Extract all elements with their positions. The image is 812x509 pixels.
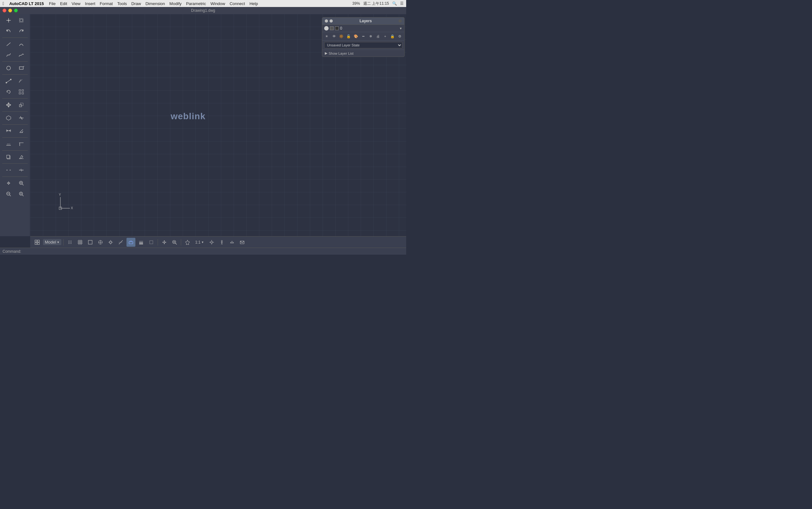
menu-file[interactable]: File — [49, 1, 56, 6]
move-tool[interactable] — [3, 100, 14, 110]
menu-connect[interactable]: Connect — [230, 1, 245, 6]
layer-tool-8[interactable]: 🖨 — [375, 33, 381, 39]
layer-chevron-icon[interactable]: ▼ — [399, 27, 402, 30]
svg-rect-5 — [20, 67, 23, 69]
pan-zoom-tools — [3, 178, 27, 188]
arc-tool[interactable] — [15, 39, 27, 49]
layer-tool-9[interactable]: + — [382, 33, 388, 39]
scale-tool[interactable] — [15, 100, 27, 110]
menu-dimension[interactable]: Dimension — [146, 1, 165, 6]
layer-tool-10[interactable]: 🔒 — [389, 33, 396, 39]
fly-btn[interactable] — [227, 238, 237, 247]
menu-edit[interactable]: Edit — [60, 1, 67, 6]
svg-rect-2 — [20, 19, 23, 22]
erase-tool[interactable] — [15, 152, 27, 162]
walk-btn[interactable] — [217, 238, 226, 247]
command-input[interactable] — [23, 249, 403, 254]
layer-tool-3[interactable]: 🔆 — [338, 33, 345, 39]
list-icon[interactable]: ☰ — [400, 1, 403, 6]
menu-view[interactable]: View — [71, 1, 80, 6]
spline-tool[interactable] — [15, 50, 27, 60]
layer-zero-name[interactable]: 0 — [340, 26, 398, 31]
annotation-monitor-btn[interactable] — [183, 238, 192, 247]
svg-rect-62 — [35, 240, 37, 242]
dim-angular-tool[interactable] — [15, 126, 27, 136]
menu-parametric[interactable]: Parametric — [186, 1, 206, 6]
menu-format[interactable]: Format — [100, 1, 113, 6]
trim-tool[interactable] — [15, 113, 27, 123]
line-tool[interactable] — [3, 39, 14, 49]
svg-point-8 — [6, 82, 7, 83]
close-button[interactable] — [3, 8, 6, 12]
layer-tool-5[interactable]: 🎨 — [353, 33, 359, 39]
svg-rect-61 — [59, 207, 62, 209]
layout-btn[interactable] — [33, 238, 42, 247]
menu-draw[interactable]: Draw — [131, 1, 141, 6]
layer-color-icon[interactable] — [330, 26, 334, 30]
transparency-btn[interactable] — [147, 238, 156, 247]
hatch-tool[interactable] — [15, 76, 27, 86]
zoom-tool[interactable] — [15, 178, 27, 188]
layer-tool-7[interactable]: ❄ — [367, 33, 374, 39]
copy-tool[interactable] — [3, 152, 14, 162]
minimize-button[interactable] — [8, 8, 12, 12]
grid-display-btn[interactable] — [76, 238, 84, 247]
layer-visibility-icon[interactable] — [324, 26, 329, 31]
fullscreen-button[interactable] — [14, 8, 18, 12]
layer-tool-1[interactable]: ☀ — [323, 33, 330, 39]
layer-tool-6[interactable]: ━ — [360, 33, 366, 39]
menu-window[interactable]: Window — [210, 1, 225, 6]
svg-point-9 — [10, 79, 11, 80]
circle-tool[interactable] — [3, 63, 14, 73]
extend-tool[interactable] — [15, 139, 27, 149]
layer-tool-2[interactable]: 👁 — [331, 33, 337, 39]
layer-tool-11[interactable]: ⚙ — [397, 33, 403, 39]
rotate-tool[interactable] — [3, 87, 14, 97]
dim-linear-tool[interactable] — [3, 126, 14, 136]
ortho-btn[interactable] — [86, 238, 95, 247]
menu-help[interactable]: Help — [249, 1, 258, 6]
chamfer-tool[interactable] — [15, 165, 27, 175]
model-tab[interactable]: Model ▼ — [43, 239, 61, 245]
measure-tool[interactable] — [3, 76, 14, 86]
array-tool[interactable] — [15, 87, 27, 97]
polyline-tool[interactable] — [3, 50, 14, 60]
lineweight-btn[interactable] — [137, 238, 146, 247]
search-icon[interactable]: 🔍 — [392, 1, 397, 6]
zoom-extents-tool[interactable] — [15, 189, 27, 199]
break-tool[interactable] — [3, 165, 14, 175]
rectangle-tool[interactable] — [15, 63, 27, 73]
layer-state-select[interactable]: Unsaved Layer State — [324, 42, 402, 48]
workspace-btn[interactable] — [207, 238, 216, 247]
polar-btn[interactable] — [96, 238, 105, 247]
menu-insert[interactable]: Insert — [85, 1, 95, 6]
svg-line-50 — [9, 195, 11, 196]
scale-display[interactable]: 1:1 ▼ — [193, 238, 206, 247]
panel-collapse-btn[interactable] — [398, 20, 402, 23]
zoom-bottom-btn[interactable] — [170, 238, 179, 247]
dyn-input-btn[interactable] — [127, 238, 135, 247]
redo-tool[interactable] — [15, 26, 27, 36]
pan-bottom-btn[interactable] — [160, 238, 169, 247]
layer-tool-4[interactable]: 🔓 — [346, 33, 352, 39]
menu-modify[interactable]: Modify — [169, 1, 181, 6]
panel-close-btn[interactable] — [325, 20, 328, 23]
svg-marker-102 — [163, 242, 163, 243]
show-layer-list-toggle[interactable]: ▶ Show Layer List — [322, 50, 404, 57]
panel-minimize-btn[interactable] — [329, 20, 333, 23]
zoom-window-tool[interactable] — [3, 189, 14, 199]
undo-tool[interactable] — [3, 26, 14, 36]
mail-btn[interactable] — [238, 238, 247, 247]
apple-icon[interactable]:  — [3, 1, 4, 6]
pan-realtime-tool[interactable] — [3, 15, 14, 26]
snap-grid-btn[interactable] — [66, 238, 74, 247]
otrack-btn[interactable] — [116, 238, 125, 247]
3d-tool[interactable] — [3, 113, 14, 123]
svg-marker-28 — [7, 130, 8, 131]
svg-text:Y: Y — [59, 193, 61, 197]
osnap-btn[interactable] — [106, 238, 115, 247]
pan-tool[interactable] — [3, 178, 14, 188]
select-tool[interactable] — [15, 15, 27, 26]
offset-tool[interactable] — [3, 139, 14, 149]
menu-tools[interactable]: Tools — [117, 1, 127, 6]
